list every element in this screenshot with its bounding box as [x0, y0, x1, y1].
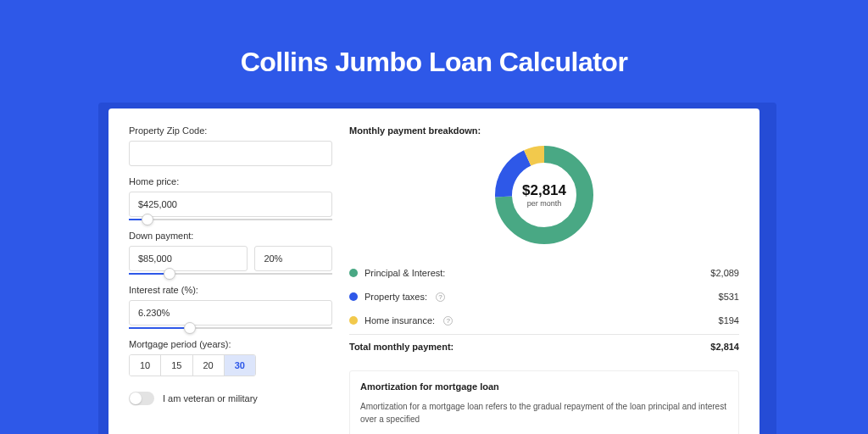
legend-row-insurance: Home insurance: ? $194	[349, 309, 739, 332]
zip-input[interactable]	[129, 141, 332, 166]
interest-rate-slider[interactable]	[129, 327, 332, 329]
slider-thumb[interactable]	[164, 268, 175, 280]
interest-rate-label: Interest rate (%):	[129, 285, 332, 295]
legend-label: Home insurance:	[364, 315, 435, 326]
mortgage-period-field-group: Mortgage period (years): 10 15 20 30	[129, 339, 332, 376]
home-price-field-group: Home price:	[129, 176, 332, 220]
period-btn-10[interactable]: 10	[130, 355, 161, 376]
period-btn-30[interactable]: 30	[225, 355, 255, 376]
down-payment-amount-input[interactable]	[129, 246, 248, 271]
period-btn-15[interactable]: 15	[161, 355, 192, 376]
amortization-card: Amortization for mortgage loan Amortizat…	[349, 370, 739, 434]
veteran-label: I am veteran or military	[163, 393, 258, 403]
legend-row-taxes: Property taxes: ? $531	[349, 285, 739, 309]
amortization-text: Amortization for a mortgage loan refers …	[360, 400, 728, 426]
page-title: Collins Jumbo Loan Calculator	[0, 47, 868, 78]
interest-rate-input[interactable]	[129, 300, 332, 326]
home-price-input[interactable]	[129, 192, 332, 217]
legend-label: Property taxes:	[364, 292, 427, 302]
total-label: Total monthly payment:	[349, 342, 453, 352]
mortgage-period-buttons: 10 15 20 30	[129, 354, 256, 376]
toggle-knob	[130, 392, 142, 404]
legend-dot-icon	[349, 316, 358, 325]
down-payment-field-group: Down payment:	[129, 231, 332, 275]
zip-label: Property Zip Code:	[129, 125, 332, 136]
calculator-card: Property Zip Code: Home price: Down paym…	[108, 108, 760, 434]
total-row: Total monthly payment: $2,814	[349, 334, 739, 359]
down-payment-percent-input[interactable]	[254, 246, 332, 271]
home-price-slider[interactable]	[129, 219, 332, 220]
breakdown-header: Monthly payment breakdown:	[349, 125, 739, 136]
zip-field-group: Property Zip Code:	[129, 125, 332, 166]
slider-thumb[interactable]	[142, 214, 153, 225]
down-payment-slider[interactable]	[129, 273, 332, 275]
legend-label: Principal & Interest:	[364, 268, 445, 278]
legend-row-principal: Principal & Interest: $2,089	[349, 261, 739, 285]
amortization-title: Amortization for mortgage loan	[360, 381, 728, 392]
legend-value: $531	[719, 292, 739, 302]
form-column: Property Zip Code: Home price: Down paym…	[129, 125, 332, 434]
info-icon[interactable]: ?	[443, 316, 453, 326]
legend-value: $194	[719, 315, 739, 326]
interest-rate-field-group: Interest rate (%):	[129, 285, 332, 329]
legend-value: $2,089	[710, 268, 739, 278]
slider-thumb[interactable]	[184, 322, 196, 334]
veteran-toggle[interactable]	[129, 392, 154, 405]
legend-dot-icon	[349, 269, 358, 277]
donut-chart: $2,814 per month	[493, 144, 595, 246]
total-value: $2,814	[710, 342, 739, 352]
mortgage-period-label: Mortgage period (years):	[129, 339, 332, 349]
breakdown-column: Monthly payment breakdown: $2,814 per mo…	[349, 125, 739, 434]
donut-amount: $2,814	[522, 182, 566, 199]
veteran-toggle-row: I am veteran or military	[129, 392, 332, 405]
down-payment-label: Down payment:	[129, 231, 332, 241]
donut-sub: per month	[527, 199, 562, 208]
home-price-label: Home price:	[129, 176, 332, 186]
donut-chart-wrap: $2,814 per month	[349, 144, 739, 246]
info-icon[interactable]: ?	[436, 292, 445, 302]
legend-dot-icon	[349, 292, 358, 301]
period-btn-20[interactable]: 20	[193, 355, 225, 376]
